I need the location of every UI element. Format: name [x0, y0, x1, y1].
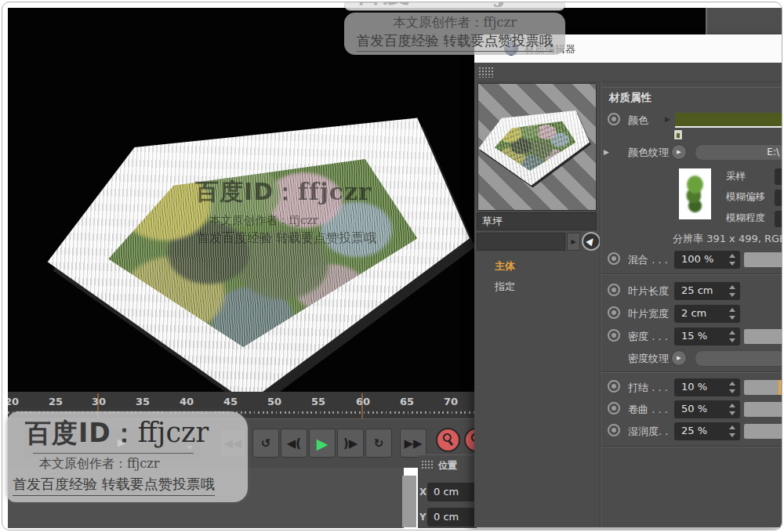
- material-editor-titlebar[interactable]: 材质编辑器: [474, 34, 782, 63]
- blade-length-value: 25 cm: [681, 284, 713, 296]
- frame-spinner-arrows-icon[interactable]: [187, 438, 194, 450]
- spinner-arrows-icon[interactable]: [729, 404, 736, 415]
- curl-spinner[interactable]: 50 %: [674, 400, 740, 418]
- animation-dot-icon[interactable]: [608, 329, 620, 342]
- curl-label: 卷曲 . . .: [628, 403, 668, 417]
- position-panel: 位置 X 0 cm Y 0 cm: [418, 454, 477, 528]
- color-label: 颜色: [628, 114, 648, 128]
- texture-expand-icon[interactable]: ▶: [604, 148, 609, 156]
- material-preview[interactable]: [477, 83, 597, 211]
- density-slider[interactable]: [744, 329, 782, 344]
- wetness-slider[interactable]: [744, 424, 782, 439]
- blade-length-spinner[interactable]: 25 cm: [674, 282, 740, 300]
- animation-dot-icon[interactable]: [608, 113, 620, 125]
- density-texture-menu-button[interactable]: ▶: [671, 350, 687, 366]
- ruler-tick: 30: [89, 396, 109, 407]
- slider-handle[interactable]: [779, 380, 781, 395]
- material-search-field[interactable]: [477, 233, 565, 251]
- range-marker: [97, 393, 99, 418]
- spinner-arrows-icon[interactable]: [729, 285, 736, 297]
- knot-spinner[interactable]: 10 %: [674, 378, 740, 396]
- top-right-panel: [706, 8, 782, 34]
- blade-width-spinner[interactable]: 2 cm: [674, 305, 740, 323]
- property-row-curl: 卷曲 . . . 50 %: [474, 400, 782, 421]
- current-frame-field[interactable]: ▶: [24, 429, 200, 458]
- blur-offset-label: 模糊偏移: [726, 190, 765, 204]
- position-panel-header[interactable]: 位置: [418, 455, 477, 474]
- spinner-arrows-icon[interactable]: [729, 425, 736, 437]
- frame-play-icon: ▶: [118, 436, 125, 448]
- spinner-arrows-icon[interactable]: [729, 382, 736, 393]
- texture-path-field[interactable]: E:\: [695, 144, 782, 161]
- play-button[interactable]: ▶: [309, 429, 336, 458]
- texture-thumbnail[interactable]: [679, 168, 711, 219]
- spinner-arrows-icon[interactable]: [729, 254, 736, 266]
- material-name-field[interactable]: 草坪: [477, 212, 597, 230]
- grip-dots-icon[interactable]: [478, 67, 493, 78]
- wetness-spinner[interactable]: 25 %: [674, 422, 740, 440]
- mix-value: 100 %: [681, 253, 713, 265]
- key-icon: [439, 431, 458, 450]
- color-picker-marker-icon[interactable]: [673, 129, 683, 140]
- property-row-mix: 混合 . . . 100 %: [474, 251, 782, 271]
- material-editor-window: 材质编辑器 草坪 ▶ ▲ 主体 指定 材质属性 颜色 ▶: [474, 34, 782, 527]
- y-axis-label: Y: [419, 512, 426, 523]
- spinner-arrows-icon[interactable]: [729, 308, 736, 320]
- cursor-arrow-icon: ▲: [586, 234, 598, 248]
- curl-slider[interactable]: [744, 402, 782, 417]
- property-row-wetness: 湿润度. . 25 %: [474, 422, 782, 443]
- ruler-tick: 65: [397, 396, 417, 407]
- animation-dot-icon[interactable]: [608, 380, 620, 393]
- position-y-field[interactable]: 0 cm: [427, 508, 476, 527]
- resolution-text: 分辨率 391 x 499, RGB: [673, 232, 782, 246]
- sampling-dropdown[interactable]: [775, 168, 782, 185]
- next-frame-button[interactable]: )▶: [337, 429, 364, 458]
- density-value: 15 %: [681, 330, 707, 342]
- pick-object-button[interactable]: ▲: [582, 232, 601, 251]
- grass-render: [43, 112, 478, 392]
- blade-width-label: 叶片宽度: [628, 307, 669, 321]
- density-spinner[interactable]: 15 %: [674, 328, 740, 346]
- next-key-button[interactable]: ↻: [365, 429, 392, 458]
- material-sphere-icon: [504, 42, 518, 56]
- density-texture-field[interactable]: [695, 350, 782, 367]
- window-title: 材质编辑器: [524, 42, 575, 56]
- property-row-density-texture: 密度纹理 ▶: [474, 349, 782, 370]
- animation-dot-icon[interactable]: [608, 252, 620, 265]
- blade-width-value: 2 cm: [681, 307, 706, 319]
- section-title: 材质属性: [609, 91, 652, 105]
- blur-offset-field[interactable]: [775, 190, 782, 206]
- property-row-blade-width: 叶片宽度 2 cm: [474, 305, 782, 325]
- grip-dots-icon[interactable]: [421, 460, 434, 470]
- position-x-field[interactable]: 0 cm: [427, 483, 476, 501]
- ruler-tick: 60: [353, 396, 373, 407]
- editor-grip-bar[interactable]: [474, 63, 782, 82]
- go-to-end-button[interactable]: ▶▶: [400, 429, 426, 458]
- density-label: 密度 . . .: [628, 330, 668, 344]
- wetness-value: 25 %: [681, 425, 707, 436]
- color-swatch[interactable]: [675, 113, 782, 128]
- spinner-arrows-icon[interactable]: [729, 331, 736, 342]
- field-expand-button[interactable]: ▶: [567, 233, 580, 251]
- mix-slider[interactable]: [744, 252, 782, 267]
- position-panel-title: 位置: [438, 459, 457, 472]
- animation-dot-icon[interactable]: [608, 284, 620, 296]
- blur-scale-field[interactable]: [775, 211, 782, 227]
- texture-menu-button[interactable]: ▶: [671, 144, 687, 160]
- curl-value: 50 %: [681, 403, 707, 414]
- section-separator: [601, 87, 782, 88]
- go-to-start-button[interactable]: ◀◀: [220, 429, 246, 458]
- panel-edge-strip: [402, 476, 416, 527]
- animation-dot-icon[interactable]: [608, 402, 620, 414]
- animation-dot-icon[interactable]: [608, 424, 620, 436]
- previous-key-button[interactable]: ↺: [252, 429, 279, 458]
- animation-dot-icon[interactable]: [608, 306, 620, 319]
- timeline-ruler[interactable]: 20 25 30 35 40 45 50 55 60 65 70: [8, 392, 476, 418]
- previous-frame-button[interactable]: ◀(: [281, 429, 307, 458]
- knot-slider[interactable]: [744, 380, 782, 395]
- swatch-expand-icon[interactable]: ▶: [665, 115, 670, 123]
- record-keyframe-button[interactable]: [436, 428, 460, 452]
- property-row-density: 密度 . . . 15 %: [474, 328, 782, 348]
- transport-bar: ▶ ◀◀ ↺ ◀( ▶ )▶ ↻ ▶▶: [8, 418, 476, 468]
- mix-spinner[interactable]: 100 %: [674, 251, 740, 269]
